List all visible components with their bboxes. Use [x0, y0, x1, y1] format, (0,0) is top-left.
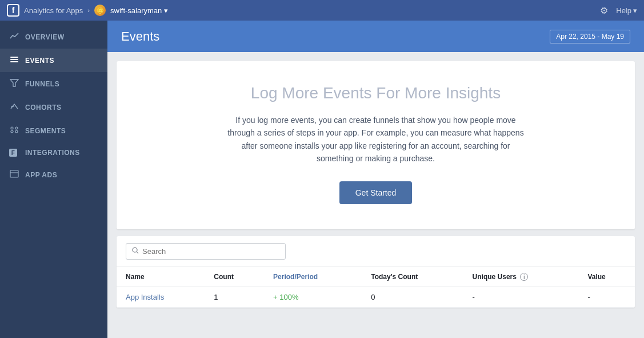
- app-dropdown-chevron[interactable]: ▾: [164, 6, 168, 15]
- svg-point-6: [15, 127, 18, 129]
- sidebar-funnels-label: Funnels: [25, 80, 59, 88]
- events-table: Name Count Period/Period Today's Count U…: [117, 267, 635, 308]
- integrations-icon: f: [9, 149, 19, 157]
- svg-rect-2: [10, 61, 18, 62]
- search-input[interactable]: [142, 247, 279, 256]
- table-body: App Installs 1 + 100% 0 - -: [117, 287, 635, 308]
- sidebar-item-overview[interactable]: Overview: [0, 25, 107, 49]
- search-bar: [126, 243, 286, 260]
- sidebar-item-funnels[interactable]: Funnels: [0, 72, 107, 96]
- unique-users-info-icon[interactable]: i: [520, 273, 528, 281]
- col-count: Count: [205, 267, 264, 287]
- col-name: Name: [117, 267, 205, 287]
- settings-icon[interactable]: ⚙: [600, 5, 608, 16]
- search-bar-wrapper: [117, 236, 635, 267]
- events-header: Events Apr 22, 2015 - May 19: [107, 21, 644, 52]
- top-nav-right: ⚙ Help ▾: [600, 5, 637, 16]
- svg-point-4: [11, 127, 13, 129]
- sidebar-item-cohorts[interactable]: Cohorts: [0, 96, 107, 119]
- col-todays-count: Today's Count: [362, 267, 463, 287]
- sidebar-segments-label: Segments: [25, 127, 66, 135]
- svg-point-5: [11, 130, 13, 133]
- row-value: -: [578, 287, 635, 308]
- svg-rect-8: [10, 170, 18, 177]
- overview-icon: [9, 31, 19, 42]
- sidebar-item-events[interactable]: Events: [0, 49, 107, 72]
- facebook-icon: f: [7, 4, 19, 17]
- cohorts-icon: [9, 102, 19, 113]
- sidebar-integrations-label: Integrations: [25, 149, 80, 157]
- sidebar: Overview Events Funnels: [0, 21, 107, 338]
- table-header: Name Count Period/Period Today's Count U…: [117, 267, 635, 287]
- table-row: App Installs 1 + 100% 0 - -: [117, 287, 635, 308]
- app-icon: 🪙: [94, 5, 106, 16]
- row-count: 1: [205, 287, 264, 308]
- table-section: Name Count Period/Period Today's Count U…: [117, 236, 635, 308]
- row-todays-count: 0: [362, 287, 463, 308]
- get-started-button[interactable]: Get Started: [339, 181, 413, 204]
- top-nav-left: f Analytics for Apps › 🪙 swift-salaryman…: [7, 4, 595, 17]
- row-name[interactable]: App Installs: [117, 287, 205, 308]
- funnels-icon: [9, 78, 19, 89]
- col-unique-users: Unique Users i: [463, 267, 579, 287]
- svg-point-10: [133, 248, 137, 252]
- help-button[interactable]: Help ▾: [616, 6, 637, 15]
- app-name[interactable]: swift-salaryman ▾: [110, 6, 168, 15]
- events-icon: [9, 55, 19, 66]
- info-card: Log More Events For More Insights If you…: [117, 61, 635, 229]
- col-value: Value: [578, 267, 635, 287]
- main-layout: Overview Events Funnels: [0, 21, 644, 338]
- sidebar-item-integrations[interactable]: f Integrations: [0, 142, 107, 163]
- row-period: + 100%: [264, 287, 362, 308]
- date-range-selector[interactable]: Apr 22, 2015 - May 19: [550, 30, 630, 43]
- sidebar-app-ads-label: App Ads: [25, 171, 57, 179]
- info-card-heading: Log More Events For More Insights: [128, 84, 623, 102]
- sidebar-events-label: Events: [25, 57, 54, 65]
- row-unique-users: -: [463, 287, 579, 308]
- events-page-title: Events: [121, 29, 159, 44]
- svg-rect-1: [10, 59, 18, 60]
- sidebar-overview-label: Overview: [25, 33, 64, 41]
- svg-point-7: [15, 130, 18, 133]
- svg-line-11: [137, 252, 139, 253]
- segments-icon: [9, 125, 19, 136]
- sidebar-item-app-ads[interactable]: App Ads: [0, 163, 107, 186]
- sidebar-cohorts-label: Cohorts: [25, 104, 62, 112]
- col-period: Period/Period: [264, 267, 362, 287]
- sidebar-item-segments[interactable]: Segments: [0, 119, 107, 142]
- svg-marker-3: [10, 79, 18, 86]
- content-area: Events Apr 22, 2015 - May 19 Log More Ev…: [107, 21, 644, 338]
- help-chevron: ▾: [633, 6, 637, 15]
- top-nav: f Analytics for Apps › 🪙 swift-salaryman…: [0, 0, 644, 21]
- app-ads-icon: [9, 169, 19, 180]
- breadcrumb-chevron: ›: [87, 7, 90, 14]
- info-card-body: If you log more events, you can create f…: [227, 114, 525, 165]
- search-icon: [132, 247, 139, 256]
- analytics-for-apps-link[interactable]: Analytics for Apps: [24, 6, 83, 15]
- svg-rect-0: [10, 57, 18, 58]
